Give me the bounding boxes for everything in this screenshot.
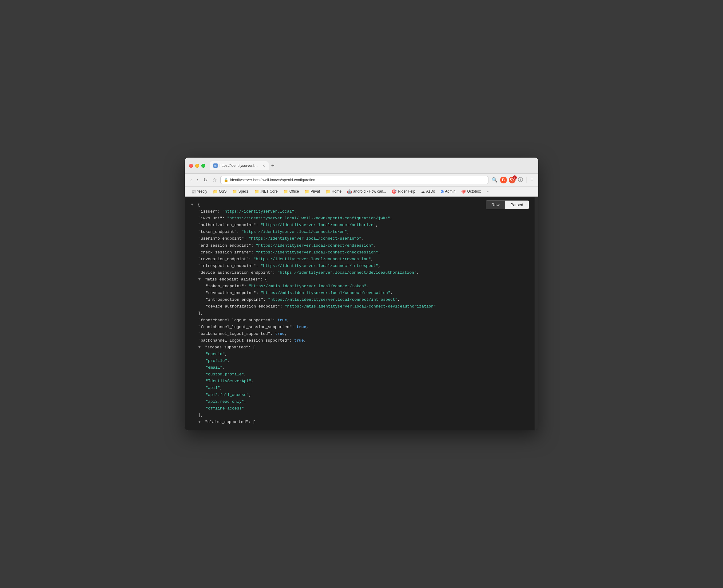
json-root-open: ▼ {	[191, 202, 528, 208]
json-backchannel-session: "backchannel_logout_session_supported": …	[191, 337, 528, 344]
bookmark-label: Specs	[238, 189, 248, 193]
bookmark-admin[interactable]: G Admin	[438, 188, 457, 195]
bookmark-label: android - How can...	[353, 189, 386, 193]
browser-window: IS https://identityserver.local/.well-k……	[185, 158, 538, 430]
bookmark-label: feedly	[197, 189, 207, 193]
bookmark-label: Office	[289, 189, 299, 193]
close-button[interactable]	[189, 164, 193, 168]
scrollbar[interactable]	[535, 196, 538, 430]
menu-button[interactable]: ≡	[530, 177, 534, 183]
lock-icon: 🔒	[224, 178, 228, 182]
json-mtls-revocation: "revocation_endpoint": "https://mtls.ide…	[191, 290, 528, 296]
info-button[interactable]: ⓘ	[517, 176, 523, 184]
bookmark-feedly[interactable]: 📰 feedly	[189, 188, 209, 195]
bookmark-label: Home	[332, 189, 342, 193]
json-issuer: "issuer": "https://identityserver.local"…	[191, 208, 528, 215]
parsed-button[interactable]: Parsed	[505, 201, 529, 209]
json-scope-custom: "custom.profile",	[191, 371, 528, 378]
bookmark-label: Rider Help	[398, 189, 415, 193]
bookmark-octobox[interactable]: 🐙 Octobox	[459, 188, 483, 195]
alert-badge: 2	[513, 175, 517, 180]
navigation-bar: ‹ › ↻ ☆ 🔒 identityserver.local/.well-kno…	[185, 173, 538, 187]
json-mtls-token: "token_endpoint": "https://mtls.identity…	[191, 283, 528, 290]
json-scope-email: "email",	[191, 364, 528, 371]
view-toggle: Raw Parsed	[486, 200, 529, 209]
json-jwks: "jwks_uri": "https://identityserver.loca…	[191, 215, 528, 222]
folder-icon: 📁	[213, 189, 218, 194]
json-userinfo: "userinfo_endpoint": "https://identityse…	[191, 235, 528, 242]
bookmark-button[interactable]: ☆	[211, 176, 218, 183]
bookmark-label: AzDo	[426, 189, 435, 193]
maximize-button[interactable]	[201, 164, 205, 168]
bookmark-label: OSS	[219, 189, 226, 193]
json-scopes-close: ],	[191, 412, 528, 419]
more-label: »	[486, 189, 488, 193]
json-scope-api2-read: "api2.read_only",	[191, 398, 528, 405]
address-text: identityserver.local/.well-known/openid-…	[230, 178, 485, 182]
folder-icon: 📁	[325, 189, 330, 194]
nav-icons: 🔍 B 🛡 2 ⓘ ≡	[491, 176, 534, 184]
json-mtls: ▼ "mtls_endpoint_aliases": {	[191, 276, 528, 283]
json-scopes: ▼ "scopes_supported": [	[191, 344, 528, 351]
new-tab-button[interactable]: +	[269, 161, 277, 170]
json-auth: "authorization_endpoint": "https://ident…	[191, 222, 528, 229]
google-icon: G	[441, 189, 444, 194]
bookmark-more[interactable]: »	[484, 188, 490, 194]
json-viewer: Raw Parsed ▼ { "issuer": "https://identi…	[185, 196, 535, 430]
reload-button[interactable]: ↻	[202, 176, 209, 183]
collapse-claims[interactable]: ▼	[198, 419, 203, 425]
address-bar[interactable]: 🔒 identityserver.local/.well-known/openi…	[220, 176, 488, 184]
json-token: "token_endpoint": "https://identityserve…	[191, 229, 528, 235]
raw-button[interactable]: Raw	[486, 201, 505, 209]
folder-icon: 📁	[232, 189, 237, 194]
browser-tab-active[interactable]: IS https://identityserver.local/.well-k……	[209, 161, 269, 170]
collapse-mtls[interactable]: ▼	[198, 276, 203, 283]
brave-icon[interactable]: B	[500, 177, 507, 183]
bookmark-label: Octobox	[467, 189, 481, 193]
alert-icon[interactable]: 🛡 2	[509, 177, 516, 183]
json-claims: ▼ "claims_supported": [	[191, 419, 528, 425]
folder-icon: 📁	[254, 189, 259, 194]
json-end-session: "end_session_endpoint": "https://identit…	[191, 243, 528, 249]
json-check-session: "check_session_iframe": "https://identit…	[191, 249, 528, 256]
json-scope-api: "IdentityServerApi",	[191, 378, 528, 385]
bookmark-privat[interactable]: 📁 Privat	[302, 188, 322, 195]
bookmark-office[interactable]: 📁 Office	[281, 188, 301, 195]
octobox-icon: 🐙	[461, 189, 466, 194]
android-icon: 🤖	[347, 189, 352, 194]
json-backchannel-logout: "backchannel_logout_supported": true,	[191, 331, 528, 337]
bookmark-netcore[interactable]: 📁 .NET Core	[252, 188, 280, 195]
bookmark-rider[interactable]: 🎯 Rider Help	[389, 188, 418, 195]
title-bar: IS https://identityserver.local/.well-k……	[185, 158, 538, 173]
bookmarks-bar: 📰 feedly 📁 OSS 📁 Specs 📁 .NET Core 📁 Off…	[185, 187, 538, 196]
json-mtls-device: "device_authorization_endpoint": "https:…	[191, 303, 528, 310]
json-mtls-close: },	[191, 310, 528, 317]
json-scope-openid: "openid",	[191, 351, 528, 358]
bookmark-azdo[interactable]: ☁ AzDo	[419, 188, 437, 195]
rider-icon: 🎯	[391, 189, 397, 194]
bookmark-oss[interactable]: 📁 OSS	[210, 188, 229, 195]
json-introspection: "introspection_endpoint": "https://ident…	[191, 262, 528, 269]
json-scope-api2-full: "api2.full_access",	[191, 392, 528, 398]
separator	[526, 177, 527, 183]
forward-button[interactable]: ›	[196, 177, 200, 183]
tab-close-button[interactable]: ×	[262, 163, 265, 168]
search-button[interactable]: 🔍	[491, 176, 498, 183]
collapse-scopes[interactable]: ▼	[198, 344, 203, 351]
json-mtls-introspection: "introspection_endpoint": "https://mtls.…	[191, 296, 528, 303]
bookmark-label: Admin	[445, 189, 456, 193]
json-scope-offline: "offline_access"	[191, 405, 528, 412]
bookmark-android[interactable]: 🤖 android - How can...	[345, 188, 388, 195]
bookmark-specs[interactable]: 📁 Specs	[230, 188, 250, 195]
bookmark-label: .NET Core	[260, 189, 278, 193]
content-area: Raw Parsed ▼ { "issuer": "https://identi…	[185, 196, 538, 430]
back-button[interactable]: ‹	[189, 177, 193, 183]
bookmark-label: Privat	[310, 189, 320, 193]
feedly-icon: 📰	[191, 189, 196, 194]
minimize-button[interactable]	[195, 164, 199, 168]
json-frontchannel-logout: "frontchannel_logout_supported": true,	[191, 317, 528, 324]
azdo-icon: ☁	[421, 189, 425, 194]
bookmark-home[interactable]: 📁 Home	[323, 188, 344, 195]
collapse-root[interactable]: ▼	[191, 202, 195, 208]
json-device-auth: "device_authorization_endpoint": "https:…	[191, 269, 528, 276]
